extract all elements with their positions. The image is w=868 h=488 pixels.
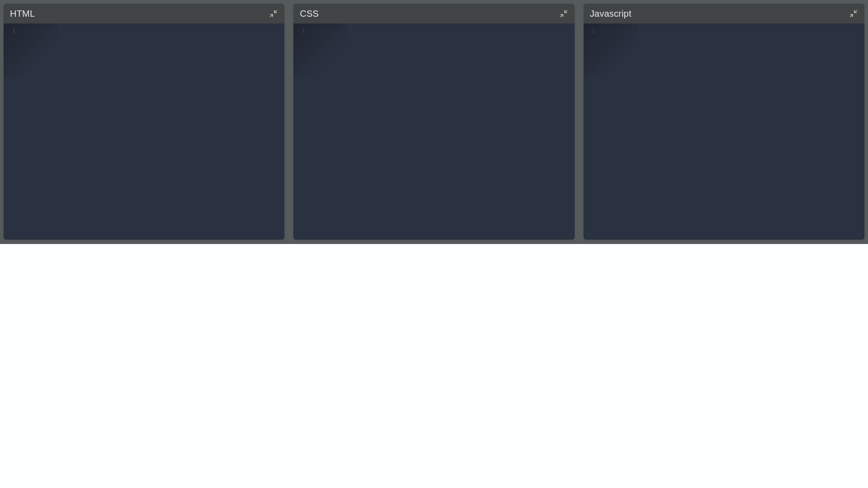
html-panel-header: HTML — [4, 4, 284, 23]
line-number: 1 — [584, 27, 595, 34]
js-panel: Javascript 1 — [584, 4, 864, 239]
js-code-input[interactable] — [599, 23, 864, 239]
js-panel-header: Javascript — [584, 4, 864, 23]
line-gutter: 1 — [584, 23, 599, 239]
compress-icon[interactable] — [269, 9, 278, 18]
compress-icon[interactable] — [559, 9, 568, 18]
css-panel-title: CSS — [300, 9, 319, 19]
css-editor[interactable]: 1 — [293, 23, 574, 239]
html-code-input[interactable] — [19, 23, 284, 239]
js-editor[interactable]: 1 — [584, 23, 864, 239]
css-panel: CSS 1 — [293, 4, 574, 239]
output-preview[interactable] — [0, 244, 868, 488]
css-panel-header: CSS — [293, 4, 574, 23]
html-editor[interactable]: 1 — [4, 23, 284, 239]
line-gutter: 1 — [4, 23, 19, 239]
line-number: 1 — [293, 27, 305, 34]
js-panel-title: Javascript — [590, 9, 632, 19]
css-code-input[interactable] — [309, 23, 574, 239]
line-number: 1 — [4, 27, 15, 34]
html-panel-title: HTML — [10, 9, 35, 19]
line-gutter: 1 — [293, 23, 309, 239]
editor-row: HTML 1 CSS — [0, 0, 868, 244]
html-panel: HTML 1 — [4, 4, 284, 239]
compress-icon[interactable] — [849, 9, 858, 18]
